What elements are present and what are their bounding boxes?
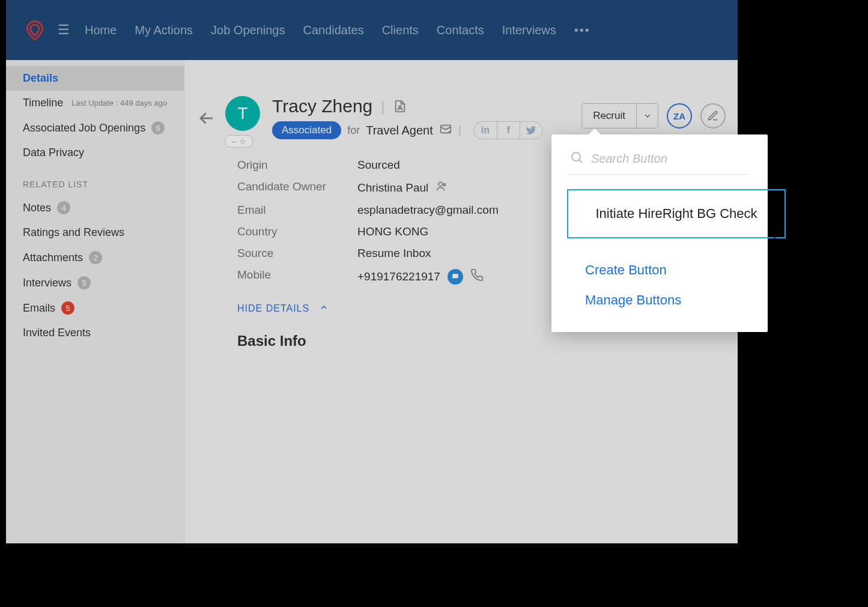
hamburger-icon[interactable]: ☰ bbox=[58, 22, 70, 38]
social-icons: in f bbox=[473, 121, 543, 139]
recruit-button[interactable]: Recruit bbox=[582, 104, 636, 128]
hide-details-label: HIDE DETAILS bbox=[237, 303, 309, 314]
basic-info-heading: Basic Info bbox=[237, 333, 720, 349]
search-button-input[interactable] bbox=[591, 152, 750, 166]
initiate-hireright-label: Initiate HireRight BG Check bbox=[596, 206, 757, 221]
facebook-icon[interactable]: f bbox=[497, 122, 520, 139]
left-sidebar: Details Timeline Last Update : 449 days … bbox=[6, 60, 184, 543]
zia-label: ZA bbox=[673, 111, 685, 121]
nav-home[interactable]: Home bbox=[85, 23, 117, 37]
country-label: Country bbox=[237, 225, 357, 238]
edit-icon[interactable] bbox=[700, 103, 726, 128]
divider: | bbox=[458, 124, 461, 137]
nav-contacts[interactable]: Contacts bbox=[437, 23, 484, 37]
origin-label: Origin bbox=[237, 159, 357, 172]
sidebar-invited-label: Invited Events bbox=[23, 327, 91, 339]
sidebar-emails-label: Emails bbox=[23, 302, 55, 315]
app-logo bbox=[24, 19, 46, 41]
svg-point-2 bbox=[439, 182, 443, 186]
sidebar-notes[interactable]: Notes 4 bbox=[6, 195, 184, 220]
svg-point-3 bbox=[444, 184, 446, 186]
divider: | bbox=[381, 98, 384, 115]
mobile-value[interactable]: +919176221917 bbox=[357, 270, 440, 283]
back-arrow-icon[interactable] bbox=[196, 108, 220, 132]
sidebar-data-privacy-label: Data Privacy bbox=[23, 146, 84, 159]
sidebar-invited-events[interactable]: Invited Events bbox=[6, 321, 184, 345]
sidebar-notes-label: Notes bbox=[23, 202, 51, 214]
sidebar-ratings[interactable]: Ratings and Reviews bbox=[6, 220, 184, 245]
sidebar-interviews-label: Interviews bbox=[23, 277, 71, 289]
assoc-jobs-badge: 6 bbox=[151, 121, 165, 134]
initiate-hireright-button[interactable]: Initiate HireRight BG Check bbox=[567, 189, 786, 238]
person-icon[interactable] bbox=[436, 180, 448, 195]
rating-pill[interactable]: -- ☆ bbox=[225, 135, 253, 148]
svg-line-5 bbox=[580, 160, 583, 163]
sidebar-timeline-label: Timeline bbox=[23, 97, 63, 109]
email-label: Email bbox=[237, 204, 357, 217]
twitter-icon[interactable] bbox=[520, 122, 542, 139]
chat-icon[interactable] bbox=[448, 269, 463, 285]
star-icon: ☆ bbox=[239, 137, 246, 146]
sidebar-data-privacy[interactable]: Data Privacy bbox=[6, 140, 184, 165]
resume-doc-icon[interactable] bbox=[393, 98, 407, 114]
sidebar-ratings-label: Ratings and Reviews bbox=[23, 226, 124, 239]
nav-job-openings[interactable]: Job Openings bbox=[211, 23, 285, 37]
candidate-name: Tracy Zheng bbox=[272, 96, 372, 116]
phone-icon[interactable] bbox=[470, 268, 484, 285]
mobile-label: Mobile bbox=[237, 268, 357, 285]
sidebar-attachments-label: Attachments bbox=[23, 252, 83, 264]
source-label: Source bbox=[237, 247, 357, 260]
sidebar-assoc-jobs[interactable]: Associated Job Openings 6 bbox=[6, 115, 184, 140]
button-dropdown-popup: Initiate HireRight BG Check Create Butto… bbox=[551, 134, 768, 332]
for-label: for bbox=[347, 124, 360, 137]
nav-candidates[interactable]: Candidates bbox=[303, 23, 363, 37]
notes-badge: 4 bbox=[57, 201, 70, 214]
sidebar-details-label: Details bbox=[23, 72, 58, 85]
top-nav: ☰ Home My Actions Job Openings Candidate… bbox=[6, 0, 738, 60]
sidebar-details[interactable]: Details bbox=[6, 66, 184, 91]
attachments-badge: 2 bbox=[89, 251, 102, 264]
rating-text: -- bbox=[231, 137, 237, 146]
sidebar-interviews[interactable]: Interviews 5 bbox=[6, 270, 184, 295]
sidebar-timeline[interactable]: Timeline Last Update : 449 days ago bbox=[6, 91, 184, 115]
interviews-badge: 5 bbox=[77, 276, 91, 289]
cursor-icon bbox=[774, 237, 786, 255]
sidebar-emails[interactable]: Emails 5 bbox=[6, 295, 184, 321]
zia-button[interactable]: ZA bbox=[667, 103, 692, 128]
job-title[interactable]: Travel Agent bbox=[366, 124, 433, 137]
nav-interviews[interactable]: Interviews bbox=[502, 23, 556, 37]
avatar-letter: T bbox=[237, 104, 247, 123]
sidebar-attachments[interactable]: Attachments 2 bbox=[6, 245, 184, 270]
manage-buttons-link[interactable]: Manage Buttons bbox=[585, 292, 750, 308]
owner-label: Candidate Owner bbox=[237, 180, 357, 195]
create-button-link[interactable]: Create Button bbox=[585, 262, 750, 278]
search-icon bbox=[569, 150, 584, 167]
emails-badge: 5 bbox=[61, 301, 74, 315]
nav-my-actions[interactable]: My Actions bbox=[135, 23, 193, 37]
nav-clients[interactable]: Clients bbox=[382, 23, 419, 37]
avatar: T bbox=[225, 96, 260, 131]
sidebar-assoc-jobs-label: Associated Job Openings bbox=[23, 122, 145, 134]
related-list-heading: RELATED LIST bbox=[6, 165, 184, 195]
status-badge: Associated bbox=[272, 121, 341, 139]
svg-point-0 bbox=[399, 106, 401, 108]
chevron-up-icon bbox=[319, 303, 329, 315]
recruit-dropdown-icon[interactable] bbox=[636, 104, 658, 128]
sidebar-timeline-sub: Last Update : 449 days ago bbox=[71, 98, 167, 107]
recruit-split-button: Recruit bbox=[581, 103, 658, 128]
mail-icon[interactable] bbox=[439, 122, 452, 138]
svg-point-4 bbox=[572, 153, 580, 161]
nav-more-icon[interactable]: ••• bbox=[574, 23, 590, 37]
linkedin-icon[interactable]: in bbox=[474, 122, 497, 139]
